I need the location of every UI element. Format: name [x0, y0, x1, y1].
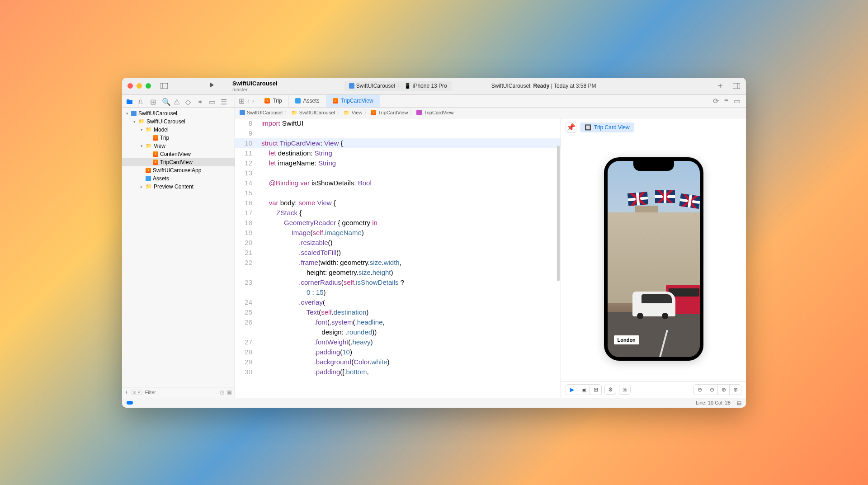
zoom-window-button[interactable] — [146, 83, 151, 89]
code-content[interactable]: Image(self.imageName) — [258, 228, 364, 238]
navigator-filter-input[interactable] — [145, 390, 217, 395]
code-content[interactable]: .padding(10) — [258, 347, 352, 357]
selectable-preview-button[interactable]: ▣ — [578, 385, 590, 395]
disclosure-icon[interactable]: ▾ — [139, 127, 144, 132]
preview-chip[interactable]: 🔲 Trip Card View — [580, 122, 634, 132]
issue-navigator-icon[interactable]: ⚠ — [174, 98, 180, 104]
code-line[interactable]: 21 .scaledToFill() — [235, 248, 561, 258]
breakpoint-navigator-icon[interactable]: ▭ — [209, 98, 215, 104]
status-indicator[interactable] — [127, 401, 133, 405]
editor-tab[interactable]: TripCardView — [326, 95, 380, 107]
editor-layout-icon[interactable]: ▭ — [734, 97, 741, 105]
variant-preview-button[interactable]: ⊞ — [590, 385, 601, 395]
code-line[interactable]: 11 let destination: String — [235, 148, 561, 158]
code-content[interactable]: .frame(width: geometry.size.width, — [258, 258, 401, 268]
code-line[interactable]: 18 GeometryReader { geometry in — [235, 218, 561, 228]
code-line[interactable]: 8import SwiftUI — [235, 118, 561, 128]
code-content[interactable]: let imageName: String — [258, 158, 336, 168]
nav-forward-icon[interactable]: › — [252, 97, 255, 104]
code-line[interactable]: 30 .padding([.bottom, — [235, 367, 561, 377]
live-preview-button[interactable]: ▶ — [566, 385, 578, 395]
run-button[interactable] — [208, 81, 215, 90]
tree-item[interactable]: TripCardView — [122, 158, 235, 166]
scheme-selector[interactable]: SwiftUICarousel 〉 📱 iPhone 13 Pro — [344, 81, 452, 91]
zoom-in-button[interactable]: ⊕ — [729, 385, 741, 395]
zoom-actual-button[interactable]: ⊕ — [717, 385, 729, 395]
navigator-tree[interactable]: ▾ SwiftUICarousel ▾📁SwiftUICarousel▾📁Mod… — [122, 108, 235, 387]
code-line[interactable]: 17 ZStack { — [235, 208, 561, 218]
code-content[interactable]: .background(Color.white) — [258, 357, 390, 367]
code-content[interactable]: .font(.system(.headline, — [258, 317, 385, 327]
code-content[interactable]: GeometryReader { geometry in — [258, 218, 377, 228]
code-content[interactable]: @Binding var isShowDetails: Bool — [258, 178, 372, 188]
tree-item[interactable]: ▾📁View — [122, 142, 235, 150]
code-content[interactable]: struct TripCardView: View { — [258, 138, 343, 148]
library-icon[interactable] — [732, 82, 741, 90]
editor-adjust-icon[interactable]: ≡ — [724, 97, 728, 105]
code-content[interactable]: design: .rounded)) — [258, 327, 377, 337]
code-line[interactable]: 10struct TripCardView: View { — [235, 138, 561, 148]
disclosure-icon[interactable]: ▾ — [139, 144, 144, 148]
scm-filter-icon[interactable]: ▣ — [227, 389, 232, 396]
zoom-fit-button[interactable]: ⊙ — [706, 385, 717, 395]
preview-canvas[interactable]: London — [561, 137, 746, 381]
filter-scope-pill[interactable]: ⊙ ▾ — [131, 390, 142, 395]
breadcrumb-item[interactable]: View — [352, 110, 363, 115]
tree-item[interactable]: ▾📁SwiftUICarousel — [122, 118, 235, 126]
code-line[interactable]: height: geometry.size.height) — [235, 268, 561, 278]
code-content[interactable]: Text(self.destination) — [258, 307, 368, 317]
breadcrumb-item[interactable]: TripCardView — [378, 110, 408, 115]
code-line[interactable]: 28 .padding(10) — [235, 347, 561, 357]
disclosure-icon[interactable]: ▸ — [139, 184, 144, 189]
tree-item[interactable]: ▾📁Model — [122, 126, 235, 134]
recent-files-icon[interactable]: ◷ — [220, 389, 224, 396]
related-items-icon[interactable]: ⊞ — [239, 97, 245, 105]
tree-item[interactable]: Trip — [122, 134, 235, 142]
disclosure-icon[interactable]: ▾ — [132, 119, 137, 124]
code-content[interactable]: ZStack { — [258, 208, 302, 218]
code-line[interactable]: 22 .frame(width: geometry.size.width, — [235, 258, 561, 268]
scrollbar-thumb[interactable] — [557, 146, 560, 281]
code-content[interactable]: .cornerRadius(self.isShowDetails ? — [258, 278, 404, 287]
code-content[interactable]: var body: some View { — [258, 198, 336, 208]
code-content[interactable]: .padding([.bottom, — [258, 367, 369, 377]
tree-item[interactable]: Assets — [122, 174, 235, 183]
code-line[interactable]: 15 — [235, 188, 561, 198]
preview-settings-button[interactable]: ◎ — [619, 385, 631, 395]
code-content[interactable]: height: geometry.size.height) — [258, 268, 393, 278]
code-line[interactable]: 9 — [235, 128, 561, 138]
source-control-icon[interactable]: ⎌ — [138, 98, 145, 104]
minimize-window-button[interactable] — [137, 83, 142, 89]
code-line[interactable]: 0 : 15) — [235, 287, 561, 297]
find-navigator-icon[interactable]: 🔍 — [162, 98, 168, 104]
code-line[interactable]: 29 .background(Color.white) — [235, 357, 561, 367]
code-line[interactable]: 13 — [235, 168, 561, 178]
code-content[interactable]: .resizable() — [258, 238, 333, 248]
nav-back-icon[interactable]: ‹ — [247, 97, 250, 104]
code-line[interactable]: 16 var body: some View { — [235, 198, 561, 208]
symbol-navigator-icon[interactable]: ⊞ — [150, 98, 156, 104]
code-line[interactable]: design: .rounded)) — [235, 327, 561, 337]
code-line[interactable]: 23 .cornerRadius(self.isShowDetails ? — [235, 278, 561, 287]
breadcrumb-item[interactable]: SwiftUICarousel — [247, 110, 283, 115]
code-content[interactable]: .scaledToFill() — [258, 248, 341, 258]
editor-tab[interactable]: Trip — [258, 95, 288, 107]
sidebar-toggle-icon[interactable] — [160, 82, 168, 90]
report-navigator-icon[interactable]: ☰ — [221, 98, 227, 104]
code-line[interactable]: 27 .fontWeight(.heavy) — [235, 337, 561, 347]
tree-item[interactable]: ▸📁Preview Content — [122, 183, 235, 191]
tree-item[interactable]: SwiftUICarouselApp — [122, 166, 235, 174]
code-line[interactable]: 14 @Binding var isShowDetails: Bool — [235, 178, 561, 188]
code-content[interactable] — [258, 188, 269, 198]
code-content[interactable]: .overlay( — [258, 297, 325, 307]
code-content[interactable] — [258, 128, 261, 138]
editor-refresh-icon[interactable]: ⟳ — [713, 97, 719, 105]
breadcrumb[interactable]: SwiftUICarousel 〉 📁 SwiftUICarousel 〉 📁 … — [235, 108, 746, 118]
zoom-out-button[interactable]: ⊖ — [694, 385, 706, 395]
code-content[interactable]: 0 : 15) — [258, 287, 326, 297]
pin-preview-button[interactable]: 📌 — [566, 122, 576, 133]
minimap-toggle-icon[interactable]: ▤ — [737, 400, 741, 406]
device-settings-button[interactable]: ⚙ — [604, 385, 616, 395]
tree-item[interactable]: ContentView — [122, 150, 235, 158]
code-line[interactable]: 12 let imageName: String — [235, 158, 561, 168]
